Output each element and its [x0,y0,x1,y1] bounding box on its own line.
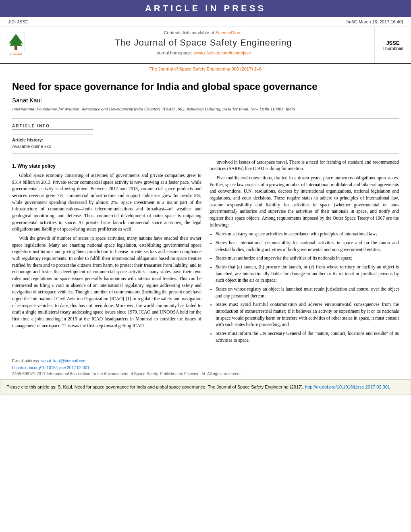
body-columns: 1. Why state policy Global space economy… [12,159,399,346]
journal-center-info: Contents lists available at ScienceDirec… [32,27,375,63]
journal-homepage-link[interactable]: www.elsevier.com/locate/jsse [193,50,251,55]
svg-text:ELSEVIER: ELSEVIER [10,53,22,56]
journal-abbreviation: JSSE Thumbnail [375,27,411,63]
bullet-item: States that (a) launch, (b) procure the … [216,264,399,284]
article-info-body-columns: ARTICLE INFO Article history: Available … [12,124,399,149]
article-in-press-banner: ARTICLE IN PRESS [0,0,411,17]
citation-box: Please cite this article as: S. Kaul, Ne… [0,379,411,395]
citation-doi-link[interactable]: http://dx.doi.org/10.1016/j.jsse.2017.02… [305,384,390,389]
article-info-header: ARTICLE INFO [12,124,93,130]
article-history-value: Available online xxx [12,144,93,149]
body-para-right1: involved in issues of aerospace travel. … [210,159,399,172]
body-right-col: involved in issues of aerospace travel. … [210,159,399,346]
doi-line[interactable]: http://dx.doi.org/10.1016/j.jsse.2017.02… [12,366,399,370]
thumbnail-label: Thumbnail [382,46,403,51]
bullet-item: States bear international responsibility… [216,239,399,253]
copyright-line: 2468-8967/© 2017 International Associati… [12,372,399,376]
sciencedirect-link[interactable]: ScienceDirect [215,30,243,35]
body-para-2: With the growth of number of states in s… [12,235,201,329]
bullet-item: States on whose registry an object is la… [216,286,399,299]
article-info-column: ARTICLE INFO Article history: Available … [12,124,93,149]
bullet-item: States must authorize and supervise the … [216,255,399,262]
email-link[interactable]: sanat_kaul@hotmail.com [41,359,86,363]
body-para-1: Global space economy consisting of activ… [12,172,201,233]
section1-heading: 1. Why state policy [12,163,201,170]
citation-line: The Journal of Space Safety Engineering … [0,64,411,74]
article-info-divider [12,135,93,135]
article-right-col [101,124,399,149]
journal-header: ELSEVIER Contents lists available at Sci… [0,27,411,64]
footer-area: E-mail address: sanat_kaul@hotmail.com h… [0,356,411,376]
bullet-item: States must avoid harmful contamination … [216,301,399,328]
divider-1 [12,118,399,119]
body-para-right2: Five multilateral conventions, drafted i… [210,175,399,228]
author-name: Sanat Kaul [12,97,399,104]
journal-homepage: journal homepage: www.elsevier.com/locat… [36,50,370,55]
email-line: E-mail address: sanat_kaul@hotmail.com [12,356,399,366]
citation-text: Please cite this article as: S. Kaul, Ne… [6,384,304,389]
affiliation: International Foundation for Aviation, A… [12,106,399,112]
top-meta-bar: JID: JSSE [m5G;March 16, 2017;16:40] [0,17,411,27]
meta-right: [m5G;March 16, 2017;16:40] [347,19,403,24]
paper-title: Need for space governance for India and … [12,80,399,93]
bullet-list: States must carry on space activities in… [216,231,399,343]
article-history-label: Article history: [12,137,93,142]
elsevier-logo-icon: ELSEVIER [4,31,28,59]
jid-label: JID: JSSE [8,19,28,24]
journal-abbr-text: JSSE [386,40,399,46]
divider-2 [12,154,399,154]
main-content: Need for space governance for India and … [0,74,411,350]
svg-rect-3 [15,46,17,50]
contents-line: Contents lists available at ScienceDirec… [36,30,370,35]
body-left-col: 1. Why state policy Global space economy… [12,159,201,346]
bullet-item: States must carry on space activities in… [216,231,399,237]
journal-title: The Journal of Space Safety Engineering [36,37,370,48]
elsevier-logo-container: ELSEVIER [0,27,32,63]
bullet-item: States must inform the UN Secretary Gene… [216,330,399,343]
